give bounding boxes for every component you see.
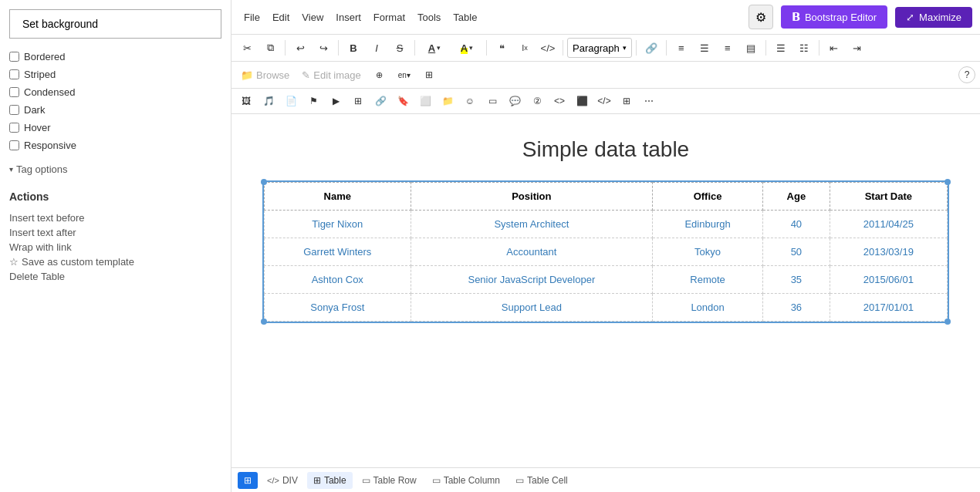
insert-media-button[interactable]: 🎵	[259, 92, 279, 110]
edit-image-button[interactable]: ✎ Edit image	[297, 68, 365, 83]
condensed-option[interactable]: Condensed	[9, 86, 221, 98]
cell-2-1[interactable]: Senior JavaScript Developer	[411, 266, 653, 294]
text-color-picker[interactable]: A ▾	[419, 38, 450, 58]
bootstrap-editor-button[interactable]: 𝗕 Bootstrap Editor	[781, 5, 887, 29]
italic-button[interactable]: I	[366, 38, 387, 58]
cell-0-1[interactable]: System Architect	[411, 211, 653, 238]
status-table-cell[interactable]: ▭ Table Cell	[509, 472, 574, 489]
status-table[interactable]: ⊞ Table	[307, 472, 353, 489]
save-custom-template-button[interactable]: ☆ Save as custom template	[9, 254, 221, 269]
insert-code-button2[interactable]: </>	[594, 92, 614, 110]
outdent-button[interactable]: ⇤	[823, 38, 845, 58]
insert-grid-button[interactable]: ⊞	[617, 92, 637, 110]
cell-1-3[interactable]: 50	[763, 238, 830, 266]
redo-button[interactable]: ↪	[313, 38, 334, 58]
superscript-button[interactable]: Ix	[514, 38, 536, 58]
indent-button[interactable]: ⇥	[847, 38, 868, 58]
cell-2-4[interactable]: 2015/06/01	[830, 266, 947, 294]
undo-button[interactable]: ↩	[289, 38, 311, 58]
cell-0-0[interactable]: Tiger Nixon	[265, 211, 411, 238]
responsive-option[interactable]: Responsive	[9, 140, 221, 151]
copy-style-button[interactable]: ⊕	[369, 65, 390, 85]
menu-file[interactable]: File	[239, 9, 265, 25]
numbered-list-button[interactable]: ☷	[793, 38, 815, 58]
resize-handle-tl[interactable]	[261, 179, 267, 185]
dark-option[interactable]: Dark	[9, 104, 221, 116]
cell-0-2[interactable]: Edinburgh	[653, 211, 763, 238]
insert-video-button[interactable]: ▶	[326, 92, 346, 110]
align-left-button[interactable]: ≡	[671, 38, 692, 58]
insert-more-button[interactable]: ⋯	[639, 92, 659, 110]
cell-1-4[interactable]: 2013/03/19	[830, 238, 947, 266]
insert-text-after-link[interactable]: Insert text after	[9, 225, 221, 240]
cell-3-1[interactable]: Support Lead	[411, 294, 653, 322]
cell-0-4[interactable]: 2011/04/25	[830, 211, 947, 238]
hover-checkbox[interactable]	[9, 123, 19, 133]
menu-insert[interactable]: Insert	[331, 9, 366, 25]
maximize-button[interactable]: ⤢ Maximize	[895, 7, 972, 28]
insert-text-before-link[interactable]: Insert text before	[9, 211, 221, 225]
insert-flag-button[interactable]: ⚑	[303, 92, 323, 110]
editor-content[interactable]: Simple data table Name Position Office A…	[231, 114, 980, 467]
copy-button[interactable]: ⧉	[259, 38, 281, 58]
cell-1-2[interactable]: Tokyo	[653, 238, 763, 266]
help-button[interactable]: ?	[958, 66, 975, 83]
striped-checkbox[interactable]	[9, 69, 19, 79]
browse-button[interactable]: 📁 Browse	[236, 68, 294, 83]
status-table-row[interactable]: ▭ Table Row	[356, 472, 423, 489]
insert-symbol-button[interactable]: ②	[527, 92, 547, 110]
status-div[interactable]: </> DIV	[261, 472, 304, 489]
insert-code-block-button[interactable]: <>	[549, 92, 569, 110]
status-table-column[interactable]: ▭ Table Column	[426, 472, 506, 489]
tag-options-toggle[interactable]: ▾ Tag options	[9, 163, 221, 175]
status-grid-icon[interactable]: ⊞	[238, 472, 258, 489]
cell-1-1[interactable]: Accountant	[411, 238, 653, 266]
cell-1-0[interactable]: Garrett Winters	[265, 238, 411, 266]
insert-widget-button[interactable]: ⬛	[572, 92, 592, 110]
strikethrough-button[interactable]: S	[389, 38, 411, 58]
bordered-checkbox[interactable]	[9, 52, 19, 62]
align-center-button[interactable]: ☰	[694, 38, 715, 58]
wrap-with-link-link[interactable]: Wrap with link	[9, 240, 221, 254]
hover-option[interactable]: Hover	[9, 122, 221, 133]
blockquote-button[interactable]: ❝	[491, 38, 512, 58]
cell-2-0[interactable]: Ashton Cox	[265, 266, 411, 294]
insert-folder-button[interactable]: 📁	[438, 92, 458, 110]
bordered-option[interactable]: Bordered	[9, 51, 221, 62]
paragraph-style-select[interactable]: Paragraph ▾	[567, 38, 632, 58]
settings-button[interactable]: ⚙	[749, 5, 773, 29]
cell-3-0[interactable]: Sonya Frost	[265, 294, 411, 322]
resize-handle-tr[interactable]	[945, 179, 951, 185]
insert-link-button[interactable]: 🔗	[370, 92, 390, 110]
menu-edit[interactable]: Edit	[268, 9, 294, 25]
link-button[interactable]: 🔗	[640, 38, 662, 58]
menu-view[interactable]: View	[297, 9, 328, 25]
cell-3-3[interactable]: 36	[763, 294, 830, 322]
insert-file-button[interactable]: 📄	[281, 92, 301, 110]
set-background-button[interactable]: Set background	[9, 9, 221, 39]
insert-box-button[interactable]: ▭	[482, 92, 502, 110]
resize-handle-br[interactable]	[945, 318, 951, 325]
menu-tools[interactable]: Tools	[413, 9, 445, 25]
dark-checkbox[interactable]	[9, 105, 19, 115]
cell-3-4[interactable]: 2017/01/01	[830, 294, 947, 322]
cut-button[interactable]: ✂	[236, 38, 258, 58]
grid-insert-button[interactable]: ⊞	[418, 65, 440, 85]
justify-button[interactable]: ▤	[740, 38, 762, 58]
bullet-list-button[interactable]: ☰	[770, 38, 792, 58]
delete-table-link[interactable]: Delete Table	[9, 269, 221, 284]
responsive-checkbox[interactable]	[9, 140, 19, 150]
resize-handle-bl[interactable]	[261, 318, 267, 325]
cell-2-3[interactable]: 35	[763, 266, 830, 294]
bg-color-picker[interactable]: A ▾	[451, 38, 482, 58]
language-button[interactable]: en▾	[394, 65, 415, 85]
insert-comment-button[interactable]: 💬	[505, 92, 525, 110]
condensed-checkbox[interactable]	[9, 87, 19, 97]
code-button[interactable]: </>	[537, 38, 559, 58]
insert-icon-button[interactable]: ☺	[460, 92, 480, 110]
menu-format[interactable]: Format	[369, 9, 410, 25]
menu-table[interactable]: Table	[448, 9, 482, 25]
cell-3-2[interactable]: London	[653, 294, 763, 322]
insert-bookmark-button[interactable]: 🔖	[393, 92, 413, 110]
align-right-button[interactable]: ≡	[717, 38, 738, 58]
